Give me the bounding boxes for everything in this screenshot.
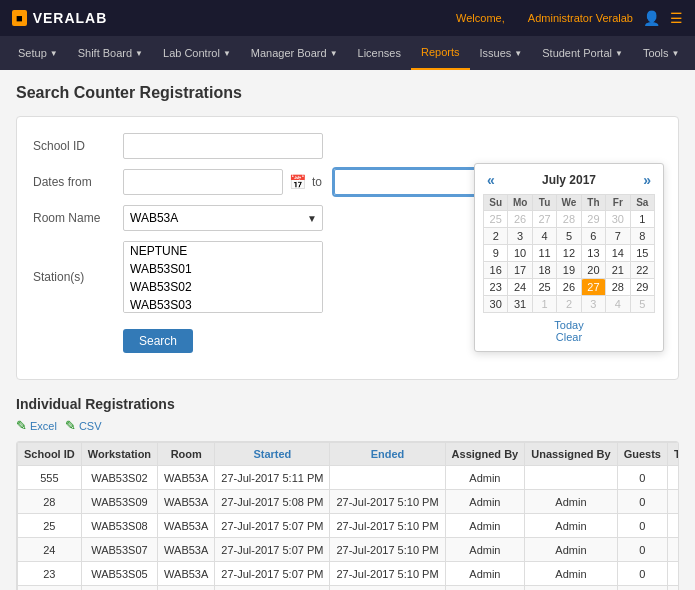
calendar-day-cell[interactable]: 23 — [484, 279, 508, 296]
nav-tools[interactable]: Tools ▼ — [633, 36, 690, 70]
export-excel-btn[interactable]: ✎ Excel — [16, 418, 57, 433]
csv-icon: ✎ — [65, 418, 76, 433]
table-cell: 15 — [18, 586, 82, 591]
calendar-day-cell[interactable]: 20 — [581, 262, 605, 279]
calendar-day-cell[interactable]: 30 — [484, 296, 508, 313]
calendar-day-cell[interactable]: 2 — [557, 296, 581, 313]
room-name-select[interactable]: WAB53A — [123, 205, 323, 231]
calendar-day-cell[interactable]: 14 — [606, 245, 630, 262]
calendar-next[interactable]: » — [639, 172, 655, 188]
table-cell: 555 — [18, 466, 82, 490]
export-csv-label: CSV — [79, 420, 102, 432]
calendar-day-cell[interactable]: 9 — [484, 245, 508, 262]
nav-shift-board[interactable]: Shift Board ▼ — [68, 36, 153, 70]
calendar-day-cell[interactable]: 4 — [606, 296, 630, 313]
calendar-day-cell[interactable]: 25 — [532, 279, 556, 296]
nav-lab-control[interactable]: Lab Control ▼ — [153, 36, 241, 70]
user-icon[interactable]: 👤 — [643, 10, 660, 26]
calendar-today-link[interactable]: Today — [483, 319, 655, 331]
calendar-day-cell[interactable]: 28 — [557, 211, 581, 228]
nav-tools-arrow: ▼ — [672, 49, 680, 58]
nav-shift-board-arrow: ▼ — [135, 49, 143, 58]
table-col-header: Ended — [330, 443, 445, 466]
calendar-day-cell[interactable]: 5 — [557, 228, 581, 245]
nav-manager-board[interactable]: Manager Board ▼ — [241, 36, 348, 70]
calendar-day-cell[interactable]: 3 — [508, 228, 532, 245]
calendar-popup: « July 2017 » SuMoTuWeThFrSa 25262728293… — [474, 163, 664, 352]
calendar-day-cell[interactable]: 10 — [508, 245, 532, 262]
header: ■ VERALAB Welcome, Administrator Veralab… — [0, 0, 695, 36]
calendar-day-cell[interactable]: 18 — [532, 262, 556, 279]
calendar-clear-link[interactable]: Clear — [483, 331, 655, 343]
table-row: 23WAB53S05WAB53A27-Jul-2017 5:07 PM27-Ju… — [18, 562, 680, 586]
table-row: 25WAB53S08WAB53A27-Jul-2017 5:07 PM27-Ju… — [18, 514, 680, 538]
calendar-prev[interactable]: « — [483, 172, 499, 188]
calendar-day-cell[interactable]: 19 — [557, 262, 581, 279]
calendar-day-cell[interactable]: 16 — [484, 262, 508, 279]
calendar-day-cell[interactable]: 3 — [581, 296, 605, 313]
dates-to-input[interactable] — [334, 169, 494, 195]
school-id-label: School ID — [33, 139, 123, 153]
calendar-day-cell[interactable]: 26 — [508, 211, 532, 228]
nav-student-portal[interactable]: Student Portal ▼ — [532, 36, 633, 70]
calendar-day-cell[interactable]: 12 — [557, 245, 581, 262]
main-content: Search Counter Registrations School ID D… — [0, 70, 695, 590]
table-header: School IDWorkstationRoomStartedEndedAssi… — [18, 443, 680, 466]
table-cell: WAB53S02 — [81, 466, 157, 490]
table-cell: Admin — [525, 586, 617, 591]
calendar-day-cell[interactable]: 27 — [532, 211, 556, 228]
nav-issues-label: Issues — [480, 47, 512, 59]
calendar-day-cell[interactable]: 30 — [606, 211, 630, 228]
calendar-day-cell[interactable]: 1 — [630, 211, 654, 228]
calendar-day-cell[interactable]: 6 — [581, 228, 605, 245]
nav-issues[interactable]: Issues ▼ — [470, 36, 533, 70]
room-name-label: Room Name — [33, 211, 123, 225]
nav-licenses[interactable]: Licenses — [348, 36, 411, 70]
calendar-day-cell[interactable]: 28 — [606, 279, 630, 296]
table-cell: 27-Jul-2017 5:07 PM — [215, 586, 330, 591]
calendar-day-cell[interactable]: 27 — [581, 279, 605, 296]
calendar-from-icon[interactable]: 📅 — [289, 174, 306, 190]
table-cell: 0 — [617, 466, 667, 490]
calendar-day-cell[interactable]: 29 — [630, 279, 654, 296]
table-cell: WAB53S05 — [81, 562, 157, 586]
table-cell: Admin — [445, 490, 525, 514]
search-button[interactable]: Search — [123, 329, 193, 353]
nav-setup[interactable]: Setup ▼ — [8, 36, 68, 70]
calendar-day-cell[interactable]: 11 — [532, 245, 556, 262]
dates-from-input[interactable] — [123, 169, 283, 195]
nav-setup-arrow: ▼ — [50, 49, 58, 58]
nav-reports[interactable]: Reports — [411, 36, 470, 70]
calendar-day-cell[interactable]: 21 — [606, 262, 630, 279]
table-cell: WAB53A — [158, 538, 215, 562]
menu-icon[interactable]: ☰ — [670, 10, 683, 26]
school-id-input[interactable] — [123, 133, 323, 159]
table-row: 555WAB53S02WAB53A27-Jul-2017 5:11 PMAdmi… — [18, 466, 680, 490]
table-cell: WAB53S07 — [81, 538, 157, 562]
calendar-day-cell[interactable]: 1 — [532, 296, 556, 313]
export-buttons: ✎ Excel ✎ CSV — [16, 418, 679, 433]
calendar-day-cell[interactable]: 8 — [630, 228, 654, 245]
nav-issues-arrow: ▼ — [514, 49, 522, 58]
nav-shift-board-label: Shift Board — [78, 47, 132, 59]
calendar-day-cell[interactable]: 26 — [557, 279, 581, 296]
calendar-day-cell[interactable]: 29 — [581, 211, 605, 228]
table-col-header: School ID — [18, 443, 82, 466]
calendar-day-cell[interactable]: 25 — [484, 211, 508, 228]
calendar-day-cell[interactable]: 5 — [630, 296, 654, 313]
table-cell: 27-Jul-2017 5:10 PM — [330, 562, 445, 586]
calendar-day-cell[interactable]: 13 — [581, 245, 605, 262]
calendar-day-cell[interactable]: 4 — [532, 228, 556, 245]
calendar-day-cell[interactable]: 7 — [606, 228, 630, 245]
stations-listbox[interactable]: NEPTUNE WAB53S01 WAB53S02 WAB53S03 WAB53… — [123, 241, 323, 313]
calendar-day-cell[interactable]: 17 — [508, 262, 532, 279]
calendar-day-cell[interactable]: 15 — [630, 245, 654, 262]
calendar-day-cell[interactable]: 2 — [484, 228, 508, 245]
calendar-day-cell[interactable]: 31 — [508, 296, 532, 313]
col-sort-link[interactable]: Ended — [371, 448, 405, 460]
export-csv-btn[interactable]: ✎ CSV — [65, 418, 102, 433]
calendar-day-cell[interactable]: 22 — [630, 262, 654, 279]
date-from-group: 📅 to 📅 — [123, 169, 517, 195]
calendar-day-cell[interactable]: 24 — [508, 279, 532, 296]
col-sort-link[interactable]: Started — [253, 448, 291, 460]
